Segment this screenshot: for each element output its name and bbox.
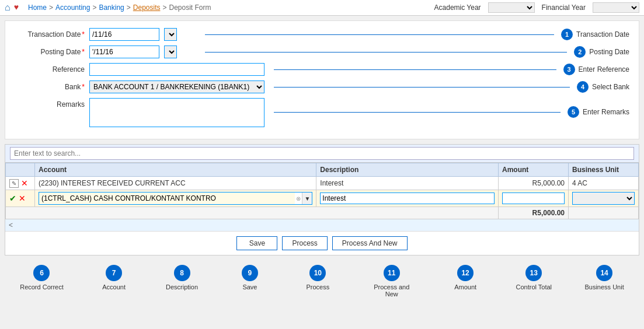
callout-4: 4 Select Bank (577, 81, 629, 93)
total-business-unit-spacer (569, 207, 639, 219)
col-account: Account (35, 163, 316, 177)
academic-year-label: Academic Year (434, 4, 481, 12)
reference-input[interactable] (89, 63, 264, 76)
save-button[interactable]: Save (236, 236, 277, 250)
action-buttons: Save Process Process And New (5, 231, 639, 255)
transaction-date-label: Transaction Date* (15, 30, 85, 38)
row1-account: (2230) INTEREST RECEIVED CURRENT ACC (35, 177, 316, 190)
grid-table: Account Description Amount Business Unit… (5, 163, 639, 219)
edit-row: ✔ ✕ ⊗ ▼ (6, 190, 639, 207)
remarks-textarea[interactable] (89, 98, 264, 127)
posting-date-dropdown[interactable]: ▼ (164, 46, 177, 58)
breadcrumb-banking[interactable]: Banking (99, 4, 124, 12)
editrow-description[interactable] (316, 190, 499, 207)
annotation-6: 6 Record Correct (20, 265, 64, 290)
search-input[interactable] (10, 147, 634, 160)
callout-5: 5 Enter Remarks (568, 106, 629, 118)
top-bar: ⌂ ♥ Home > Accounting > Banking > Deposi… (0, 0, 644, 16)
remarks-row: Remarks 5 Enter Remarks (15, 98, 629, 127)
business-unit-select[interactable] (572, 192, 635, 205)
deposit-form: Transaction Date* /11/16 ▼ 1 Transaction… (5, 20, 639, 139)
annotation-7: 7 Account (96, 265, 131, 290)
top-right-controls: Academic Year Financial Year (434, 2, 639, 13)
row1-icons: ✎ ✕ (6, 177, 35, 190)
reference-label: Reference (15, 65, 85, 74)
bank-row: Bank* BANK ACCOUNT 1 / BANKREKENING (1BA… (15, 80, 629, 93)
posting-date-row: Posting Date* ▼ 2 Posting Date (15, 46, 629, 58)
callout-3: 3 Enter Reference (563, 64, 629, 75)
col-icons (6, 163, 35, 177)
academic-year-select[interactable] (488, 2, 535, 13)
col-business-unit: Business Unit (569, 163, 639, 177)
editrow-icons: ✔ ✕ (6, 190, 35, 207)
account-field-input[interactable] (39, 192, 295, 204)
table-header: Account Description Amount Business Unit (6, 163, 639, 177)
process-button[interactable]: Process (282, 236, 327, 250)
annotation-11: 11 Process and New (368, 265, 415, 298)
posting-date-input[interactable] (89, 46, 159, 58)
delete-icon[interactable]: ✕ (21, 178, 28, 188)
callout-1: 1 Transaction Date (561, 29, 629, 40)
reference-row: Reference 3 Enter Reference (15, 63, 629, 76)
col-amount: Amount (499, 163, 569, 177)
breadcrumb-accounting[interactable]: Accounting (55, 4, 90, 12)
transaction-date-row: Transaction Date* /11/16 ▼ 1 Transaction… (15, 28, 629, 41)
process-and-new-button[interactable]: Process And New (332, 236, 408, 250)
bank-select[interactable]: BANK ACCOUNT 1 / BANKREKENING (1BANK1) (89, 80, 264, 93)
bank-label: Bank* (15, 83, 85, 91)
row1-description: Interest (316, 177, 499, 190)
annotation-14: 14 Business Unit (584, 265, 624, 290)
amount-field-input[interactable] (502, 192, 565, 204)
financial-year-select[interactable] (593, 2, 639, 13)
confirm-icon[interactable]: ✔ (9, 194, 16, 203)
breadcrumb-deposits[interactable]: Deposits (133, 4, 161, 12)
breadcrumb-current: Deposit Form (169, 4, 211, 12)
total-spacer (6, 207, 499, 219)
annotation-10: 10 Process (300, 265, 335, 290)
editrow-business-unit[interactable] (569, 190, 639, 207)
annotation-row: 6 Record Correct 7 Account 8 Description… (0, 260, 644, 298)
total-row: R5,000.00 (6, 207, 639, 219)
transaction-date-input[interactable]: /11/16 (89, 28, 159, 41)
edit-icon[interactable]: ✎ (9, 179, 19, 188)
financial-year-label: Financial Year (542, 4, 586, 12)
nav-icons: ⌂ ♥ (5, 2, 19, 13)
row1-amount: R5,000.00 (499, 177, 569, 190)
posting-date-label: Posting Date* (15, 48, 85, 56)
grid-area: Account Description Amount Business Unit… (5, 144, 639, 256)
breadcrumb: Home > Accounting > Banking > Deposits >… (28, 4, 211, 12)
annotation-8: 8 Description (165, 265, 200, 290)
transaction-date-dropdown[interactable]: ▼ (164, 28, 177, 41)
description-field-input[interactable] (320, 192, 495, 204)
search-bar (5, 145, 639, 163)
scroll-indicator: < (5, 219, 639, 231)
cancel-row-icon[interactable]: ✕ (19, 194, 26, 203)
home-icon[interactable]: ⌂ (5, 2, 11, 13)
annotation-13: 13 Control Total (516, 265, 552, 290)
remarks-label: Remarks (15, 98, 85, 108)
editrow-account[interactable]: ⊗ ▼ (35, 190, 316, 207)
favorite-icon[interactable]: ♥ (14, 2, 19, 13)
annotation-9: 9 Save (232, 265, 267, 290)
breadcrumb-home[interactable]: Home (28, 4, 47, 12)
callout-2: 2 Posting Date (574, 46, 629, 58)
annotation-12: 12 Amount (448, 265, 483, 290)
table-row: ✎ ✕ (2230) INTEREST RECEIVED CURRENT ACC… (6, 177, 639, 190)
account-clear-btn[interactable]: ⊗ (295, 195, 302, 202)
row1-business-unit: 4 AC (569, 177, 639, 190)
col-description: Description (316, 163, 499, 177)
total-amount: R5,000.00 (499, 207, 569, 219)
editrow-amount[interactable] (499, 190, 569, 207)
account-drop-btn[interactable]: ▼ (302, 192, 312, 204)
